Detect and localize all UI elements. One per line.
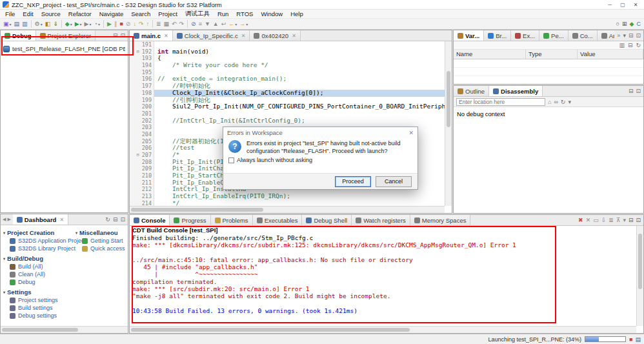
skip-breakpoints-icon[interactable]: ⊘	[190, 19, 197, 29]
last-edit-location-icon[interactable]: ↩	[220, 19, 228, 29]
menu-item-rtos[interactable]: RTOS	[232, 10, 257, 17]
launch-config-item[interactable]: test_SPI_Release_FLASH_PNE [GDB PEMicro …	[3, 45, 125, 52]
tab-dashboard[interactable]: Dashboard ✕	[13, 214, 68, 225]
fold-marker-icon[interactable]: ⊟	[136, 48, 141, 56]
external-tools-icon[interactable]: ▶▾	[83, 19, 93, 29]
tab-watch-registers[interactable]: Watch registers	[352, 215, 410, 225]
close-button[interactable]: ✕	[630, 1, 641, 9]
tab-co[interactable]: Co...	[569, 30, 598, 41]
maximize-icon[interactable]: ⊡	[636, 88, 641, 94]
step-into-icon[interactable]: ↓	[132, 19, 137, 29]
open-perspective-icon[interactable]: ⊞	[621, 19, 629, 29]
menu-item-file[interactable]: File	[1, 10, 19, 17]
tab-memory-spaces[interactable]: Memory Spaces	[410, 215, 471, 225]
cancel-button[interactable]: Cancel	[376, 176, 412, 187]
tab-debug-shell[interactable]: Debug Shell	[302, 215, 352, 225]
profile-icon[interactable]: ◔▾	[93, 19, 101, 29]
menu-item-refactor[interactable]: Refactor	[65, 10, 96, 17]
menu-item-help[interactable]: Help	[287, 10, 307, 17]
view-menu-icon[interactable]: ▾	[623, 32, 626, 39]
console-vscroll-thumb[interactable]	[638, 234, 642, 288]
menu-item-run[interactable]: Run	[214, 10, 232, 17]
home-icon[interactable]: ⌂	[548, 99, 551, 105]
mark-occurrences-icon[interactable]: ≡	[197, 19, 203, 29]
tab-br[interactable]: Br...	[484, 30, 511, 41]
dashboard-link-build-all[interactable]: Build (All)	[1, 263, 86, 270]
code-line[interactable]: 202 //IntCtrl_Ip_Init(&IntCtrlConfig_0);	[130, 117, 445, 125]
search-icon[interactable]: ○	[615, 19, 621, 29]
editor-horizontal-scrollbar[interactable]	[130, 206, 445, 213]
run-icon[interactable]: ▶▾	[74, 19, 83, 29]
menu-item-navigate[interactable]: Navigate	[96, 10, 128, 17]
tab-pe[interactable]: Pe...	[539, 30, 569, 41]
step-return-icon[interactable]: ↑	[145, 19, 150, 29]
suspend-icon[interactable]: ∥	[113, 19, 119, 29]
forward-icon[interactable]: →▾	[238, 19, 249, 29]
debug-icon[interactable]: ◆▾	[64, 19, 74, 29]
terminate-console-icon[interactable]: ✖	[578, 217, 583, 223]
refresh-icon[interactable]: ↻	[636, 42, 641, 48]
copy-icon[interactable]: ≣	[155, 19, 163, 29]
save-icon[interactable]: ▤	[13, 19, 21, 29]
view-menu-icon[interactable]: ▾	[568, 99, 571, 105]
back-icon[interactable]: ←▾	[227, 19, 238, 29]
clear-console-icon[interactable]: ▭	[593, 217, 599, 223]
dashboard-link-getting-start[interactable]: Getting Start	[73, 237, 125, 245]
maximize-icon[interactable]: ⊡	[636, 32, 641, 39]
dashboard-link-project-settings[interactable]: Project settings	[1, 296, 86, 304]
tab-executables[interactable]: Executables	[253, 215, 303, 225]
tab-overflow-icon[interactable]: »	[617, 32, 620, 39]
maximize-icon[interactable]: ⊡	[120, 216, 125, 223]
pin-console-icon[interactable]: ⊼	[616, 217, 621, 223]
column-header-value[interactable]: Value	[578, 50, 643, 59]
close-icon[interactable]: ✕	[164, 33, 168, 39]
tab-debug[interactable]: Debug	[1, 30, 36, 41]
console-hscroll-thumb[interactable]	[131, 328, 410, 332]
console-vertical-scrollbar[interactable]	[636, 226, 643, 326]
previous-annotation-icon[interactable]: ▲	[212, 19, 220, 29]
fold-marker-icon[interactable]: ⊟	[136, 152, 141, 159]
save-all-icon[interactable]: ▥	[21, 19, 29, 29]
tab-0x402420[interactable]: 0x402420✕	[250, 30, 300, 41]
variables-table-row[interactable]	[454, 59, 643, 68]
section-header-settings[interactable]: ▾Settings	[1, 286, 86, 296]
minimize-icon[interactable]: ⊟	[629, 217, 634, 223]
minimize-button[interactable]: ─	[604, 1, 616, 9]
new-project-icon[interactable]: ◧	[44, 19, 52, 29]
resume-icon[interactable]: ▶	[106, 19, 113, 29]
new-wizard-icon[interactable]: ▣▾	[2, 19, 13, 29]
menu-item-search[interactable]: Search	[127, 10, 154, 17]
collapse-all-icon[interactable]: ⊟	[628, 42, 633, 48]
maximize-button[interactable]: ▢	[617, 1, 629, 9]
section-header-build-debug[interactable]: ▾Build/Debug	[1, 252, 86, 263]
location-input[interactable]	[456, 98, 545, 106]
redo-icon[interactable]: ↷	[178, 19, 186, 29]
disconnect-icon[interactable]: ⊘	[125, 19, 132, 29]
dashboard-link-debug[interactable]: Debug	[1, 278, 86, 286]
refresh-icon[interactable]: ↻	[561, 99, 566, 105]
close-icon[interactable]: ✕	[292, 33, 296, 39]
menu-item-source[interactable]: Source	[37, 10, 65, 17]
dialog-titlebar[interactable]: Errors in Workspace ✕	[223, 127, 418, 138]
tab-ar[interactable]: Ar...	[598, 30, 615, 41]
maximize-icon[interactable]: ⊡	[636, 217, 641, 223]
show-columns-icon[interactable]: ▥	[619, 42, 625, 48]
next-annotation-icon[interactable]: ▼	[203, 19, 212, 29]
dashboard-horizontal-scrollbar[interactable]	[1, 326, 128, 333]
tab-clock-ip-specific-c[interactable]: Clock_Ip_Specific.c✕	[173, 30, 250, 41]
tab-project-explorer[interactable]: Project Explorer	[36, 30, 96, 41]
dashboard-hscroll-thumb[interactable]	[2, 328, 78, 332]
paste-icon[interactable]: ▦	[162, 19, 170, 29]
dialog-close-icon[interactable]: ✕	[408, 130, 414, 136]
progress-view-icon[interactable]: ▤	[635, 336, 641, 343]
tab-disassembly[interactable]: Disassembly	[489, 86, 543, 96]
close-icon[interactable]: ✕	[241, 33, 246, 39]
dashboard-link-debug-settings[interactable]: Debug settings	[1, 312, 86, 319]
editor-hscroll-thumb[interactable]	[131, 208, 263, 212]
menu-item-item[interactable]: 调试工具	[181, 10, 214, 18]
minimize-icon[interactable]: ⊟	[113, 216, 118, 223]
column-header-name[interactable]: Name	[454, 50, 526, 59]
editor-vertical-scrollbar[interactable]	[445, 41, 452, 206]
code-line[interactable]: 214 */	[130, 200, 445, 206]
build-all-icon[interactable]: ⚙▾	[34, 19, 44, 29]
